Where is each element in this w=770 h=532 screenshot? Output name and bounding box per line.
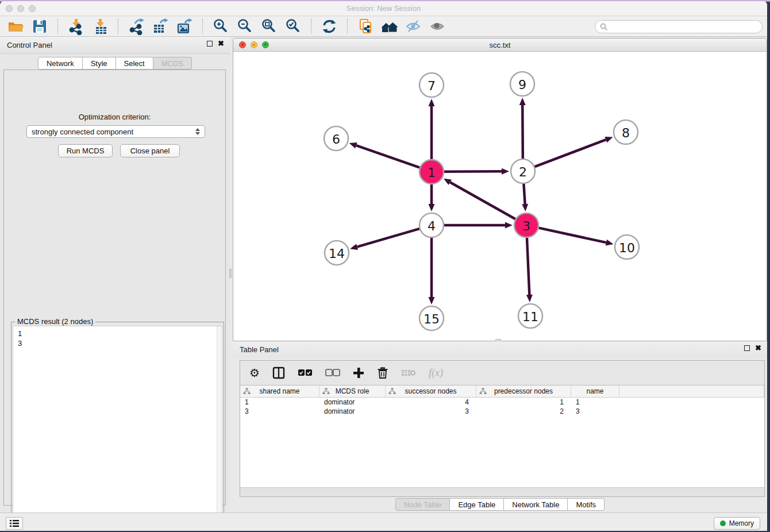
table-cell[interactable]: dominator: [319, 398, 386, 407]
split-columns-button[interactable]: [272, 367, 285, 379]
zoom-fit-button[interactable]: [257, 18, 281, 35]
window-title: Session: New Session: [0, 4, 767, 13]
close-table-panel-icon[interactable]: ✖: [755, 345, 761, 351]
zoom-in-button[interactable]: [209, 18, 233, 35]
graph-edge-2-9[interactable]: [522, 105, 523, 159]
task-history-button[interactable]: [6, 517, 23, 530]
search-box[interactable]: [595, 20, 763, 33]
import-network-button[interactable]: [64, 18, 88, 35]
table-bottom-strip: [240, 487, 764, 496]
show-all-button[interactable]: [426, 18, 450, 35]
graph-edge-3-10[interactable]: [538, 228, 606, 242]
network-from-selection-button[interactable]: [353, 18, 378, 35]
close-panel-icon[interactable]: ✖: [218, 41, 224, 47]
table-cell[interactable]: 1: [240, 398, 319, 407]
float-table-panel-icon[interactable]: [744, 345, 750, 351]
import-table-button[interactable]: [88, 18, 112, 35]
home-button[interactable]: [378, 18, 402, 35]
table-cell[interactable]: 4: [386, 398, 476, 407]
search-icon: [600, 23, 608, 31]
main-toolbar: [0, 17, 767, 37]
node-table: shared nameMCDS rolesuccessor nodesprede…: [240, 385, 764, 496]
column-type-icon: [322, 388, 330, 395]
memory-status-dot: [720, 521, 726, 526]
graph-node-label: 15: [424, 312, 440, 326]
column-type-icon: [243, 388, 251, 395]
table-cell[interactable]: 3: [571, 407, 619, 416]
table-cell[interactable]: 1: [476, 398, 571, 407]
fx-icon: f(x): [429, 367, 443, 379]
edge-arrowhead-icon: [605, 137, 613, 142]
split-columns-icon: [272, 367, 285, 379]
table-cell[interactable]: 3: [240, 407, 319, 416]
save-session-button[interactable]: [28, 18, 52, 35]
graph-edge-2-8[interactable]: [535, 140, 606, 167]
edge-arrowhead-icon: [606, 240, 614, 246]
table-cell[interactable]: 3: [386, 407, 476, 416]
panel-splitter-handle[interactable]: [229, 269, 232, 278]
tab-mcds[interactable]: MCDS: [153, 57, 192, 70]
tab-style[interactable]: Style: [83, 57, 116, 70]
node-table-container: ⚙: [240, 360, 765, 497]
tab-network[interactable]: Network: [38, 57, 83, 70]
tab-motifs[interactable]: Motifs: [568, 498, 605, 511]
graph-edge-3-1[interactable]: [450, 182, 515, 219]
edge-arrowhead-icon: [429, 204, 435, 211]
export-network-button[interactable]: [124, 18, 148, 35]
tab-network-table[interactable]: Network Table: [504, 498, 568, 511]
refresh-button[interactable]: [317, 18, 341, 35]
edge-arrowhead-icon: [349, 142, 357, 148]
memory-button[interactable]: Memory: [714, 517, 760, 530]
zoom-out-button[interactable]: [233, 18, 257, 35]
table-cell[interactable]: dominator: [319, 407, 386, 416]
export-image-button[interactable]: [172, 18, 197, 35]
graph-node-label: 14: [329, 246, 345, 261]
deselect-all-columns-button[interactable]: [325, 369, 340, 377]
column-header-predecessor-nodes[interactable]: predecessor nodes: [476, 385, 571, 397]
float-panel-icon[interactable]: [207, 41, 213, 47]
run-mcds-button[interactable]: Run MCDS: [58, 144, 113, 157]
graph-edge-2-3[interactable]: [523, 184, 525, 204]
table-settings-button[interactable]: ⚙: [249, 366, 260, 380]
tab-edge-table[interactable]: Edge Table: [450, 498, 504, 511]
checked-boxes-icon: [298, 369, 313, 377]
graph-node-label: 8: [622, 126, 630, 140]
add-column-button[interactable]: [353, 367, 364, 379]
import-table-icon: [91, 18, 109, 35]
hide-selected-button[interactable]: [402, 18, 426, 35]
column-header-shared-name[interactable]: shared name: [240, 385, 319, 397]
graph-edge-4-14[interactable]: [357, 229, 419, 247]
table-cell[interactable]: 1: [571, 398, 619, 407]
column-header-successor-nodes[interactable]: successor nodes: [386, 385, 476, 397]
table-panel-header: Table Panel ✖: [233, 341, 767, 358]
graph-edge-3-11[interactable]: [527, 238, 529, 295]
delete-column-button[interactable]: [377, 367, 388, 379]
criterion-dropdown[interactable]: strongly connected component: [26, 125, 205, 138]
result-scrollbar[interactable]: [217, 326, 222, 531]
zoom-fit-icon: [260, 18, 278, 35]
zoom-selected-button[interactable]: [281, 18, 305, 35]
network-canvas[interactable]: 7968124314101511: [233, 52, 767, 341]
column-header-MCDS-role[interactable]: MCDS role: [319, 385, 386, 397]
graph-edge-1-6[interactable]: [356, 145, 419, 168]
table-row[interactable]: 1dominator411: [240, 398, 764, 407]
edge-arrowhead-icon: [350, 244, 358, 250]
table-panel: Table Panel ✖ ⚙: [233, 341, 767, 512]
export-table-button[interactable]: [148, 18, 172, 35]
tab-node-table[interactable]: Node Table: [395, 498, 451, 511]
graph-node-label: 4: [428, 219, 436, 233]
table-cell[interactable]: 2: [476, 407, 571, 416]
dropdown-stepper-icon: [195, 128, 200, 135]
delete-table-icon: [401, 368, 416, 377]
search-input[interactable]: [611, 23, 762, 31]
optimization-criterion-label: Optimization criterion:: [4, 113, 225, 121]
network-graph[interactable]: 7968124314101511: [233, 52, 767, 341]
graph-edge-1-2[interactable]: [444, 171, 502, 172]
table-row[interactable]: 3dominator323: [240, 407, 764, 416]
close-panel-button[interactable]: Close panel: [120, 144, 180, 157]
tab-select[interactable]: Select: [116, 57, 153, 70]
column-header-name[interactable]: name: [571, 385, 619, 397]
select-all-columns-button[interactable]: [298, 369, 313, 377]
mcds-result-area[interactable]: 1 3: [13, 326, 222, 531]
open-file-button[interactable]: [3, 18, 28, 35]
